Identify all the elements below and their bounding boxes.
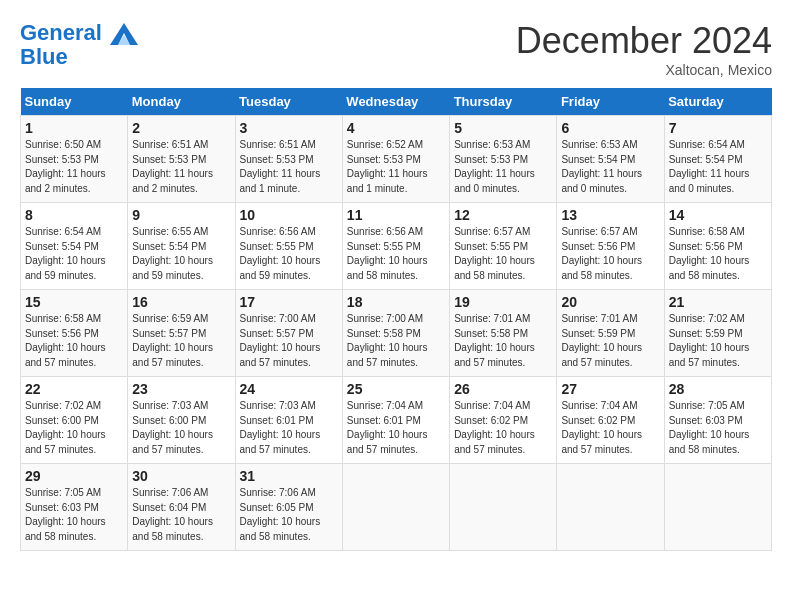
day-cell: 22 Sunrise: 7:02 AM Sunset: 6:00 PM Dayl… bbox=[21, 377, 128, 464]
day-cell: 28 Sunrise: 7:05 AM Sunset: 6:03 PM Dayl… bbox=[664, 377, 771, 464]
day-number: 5 bbox=[454, 120, 552, 136]
logo-subtext: Blue bbox=[20, 46, 140, 68]
day-number: 17 bbox=[240, 294, 338, 310]
day-number: 31 bbox=[240, 468, 338, 484]
day-cell: 29 Sunrise: 7:05 AM Sunset: 6:03 PM Dayl… bbox=[21, 464, 128, 551]
day-cell: 30 Sunrise: 7:06 AM Sunset: 6:04 PM Dayl… bbox=[128, 464, 235, 551]
day-info: Sunrise: 7:06 AM Sunset: 6:04 PM Dayligh… bbox=[132, 486, 230, 544]
day-info: Sunrise: 6:52 AM Sunset: 5:53 PM Dayligh… bbox=[347, 138, 445, 196]
day-info: Sunrise: 7:01 AM Sunset: 5:59 PM Dayligh… bbox=[561, 312, 659, 370]
day-info: Sunrise: 7:05 AM Sunset: 6:03 PM Dayligh… bbox=[25, 486, 123, 544]
day-cell bbox=[557, 464, 664, 551]
day-info: Sunrise: 7:00 AM Sunset: 5:57 PM Dayligh… bbox=[240, 312, 338, 370]
day-number: 27 bbox=[561, 381, 659, 397]
day-number: 22 bbox=[25, 381, 123, 397]
day-cell: 17 Sunrise: 7:00 AM Sunset: 5:57 PM Dayl… bbox=[235, 290, 342, 377]
day-number: 6 bbox=[561, 120, 659, 136]
day-number: 12 bbox=[454, 207, 552, 223]
logo-icon bbox=[110, 23, 138, 45]
day-number: 24 bbox=[240, 381, 338, 397]
day-cell: 27 Sunrise: 7:04 AM Sunset: 6:02 PM Dayl… bbox=[557, 377, 664, 464]
calendar-header: SundayMondayTuesdayWednesdayThursdayFrid… bbox=[21, 88, 772, 116]
day-number: 13 bbox=[561, 207, 659, 223]
header-cell-tuesday: Tuesday bbox=[235, 88, 342, 116]
day-number: 21 bbox=[669, 294, 767, 310]
day-info: Sunrise: 6:57 AM Sunset: 5:56 PM Dayligh… bbox=[561, 225, 659, 283]
calendar-body: 1 Sunrise: 6:50 AM Sunset: 5:53 PM Dayli… bbox=[21, 116, 772, 551]
day-info: Sunrise: 7:03 AM Sunset: 6:01 PM Dayligh… bbox=[240, 399, 338, 457]
day-cell: 7 Sunrise: 6:54 AM Sunset: 5:54 PM Dayli… bbox=[664, 116, 771, 203]
day-info: Sunrise: 7:03 AM Sunset: 6:00 PM Dayligh… bbox=[132, 399, 230, 457]
day-number: 11 bbox=[347, 207, 445, 223]
day-number: 18 bbox=[347, 294, 445, 310]
day-info: Sunrise: 6:56 AM Sunset: 5:55 PM Dayligh… bbox=[240, 225, 338, 283]
header-cell-saturday: Saturday bbox=[664, 88, 771, 116]
day-info: Sunrise: 6:54 AM Sunset: 5:54 PM Dayligh… bbox=[669, 138, 767, 196]
day-info: Sunrise: 6:57 AM Sunset: 5:55 PM Dayligh… bbox=[454, 225, 552, 283]
day-info: Sunrise: 7:01 AM Sunset: 5:58 PM Dayligh… bbox=[454, 312, 552, 370]
day-number: 28 bbox=[669, 381, 767, 397]
day-cell: 10 Sunrise: 6:56 AM Sunset: 5:55 PM Dayl… bbox=[235, 203, 342, 290]
day-cell: 25 Sunrise: 7:04 AM Sunset: 6:01 PM Dayl… bbox=[342, 377, 449, 464]
day-number: 30 bbox=[132, 468, 230, 484]
day-cell: 26 Sunrise: 7:04 AM Sunset: 6:02 PM Dayl… bbox=[450, 377, 557, 464]
day-cell: 18 Sunrise: 7:00 AM Sunset: 5:58 PM Dayl… bbox=[342, 290, 449, 377]
day-info: Sunrise: 7:06 AM Sunset: 6:05 PM Dayligh… bbox=[240, 486, 338, 544]
day-info: Sunrise: 7:02 AM Sunset: 6:00 PM Dayligh… bbox=[25, 399, 123, 457]
day-info: Sunrise: 7:02 AM Sunset: 5:59 PM Dayligh… bbox=[669, 312, 767, 370]
day-cell bbox=[450, 464, 557, 551]
day-info: Sunrise: 7:05 AM Sunset: 6:03 PM Dayligh… bbox=[669, 399, 767, 457]
day-number: 9 bbox=[132, 207, 230, 223]
day-info: Sunrise: 6:53 AM Sunset: 5:54 PM Dayligh… bbox=[561, 138, 659, 196]
day-info: Sunrise: 6:51 AM Sunset: 5:53 PM Dayligh… bbox=[240, 138, 338, 196]
day-cell: 20 Sunrise: 7:01 AM Sunset: 5:59 PM Dayl… bbox=[557, 290, 664, 377]
header-row: SundayMondayTuesdayWednesdayThursdayFrid… bbox=[21, 88, 772, 116]
day-number: 1 bbox=[25, 120, 123, 136]
day-cell: 12 Sunrise: 6:57 AM Sunset: 5:55 PM Dayl… bbox=[450, 203, 557, 290]
day-number: 16 bbox=[132, 294, 230, 310]
day-cell: 21 Sunrise: 7:02 AM Sunset: 5:59 PM Dayl… bbox=[664, 290, 771, 377]
header-cell-wednesday: Wednesday bbox=[342, 88, 449, 116]
day-number: 7 bbox=[669, 120, 767, 136]
day-number: 23 bbox=[132, 381, 230, 397]
week-row-1: 1 Sunrise: 6:50 AM Sunset: 5:53 PM Dayli… bbox=[21, 116, 772, 203]
day-number: 8 bbox=[25, 207, 123, 223]
day-cell: 16 Sunrise: 6:59 AM Sunset: 5:57 PM Dayl… bbox=[128, 290, 235, 377]
week-row-5: 29 Sunrise: 7:05 AM Sunset: 6:03 PM Dayl… bbox=[21, 464, 772, 551]
day-cell: 5 Sunrise: 6:53 AM Sunset: 5:53 PM Dayli… bbox=[450, 116, 557, 203]
header-cell-friday: Friday bbox=[557, 88, 664, 116]
day-cell: 31 Sunrise: 7:06 AM Sunset: 6:05 PM Dayl… bbox=[235, 464, 342, 551]
week-row-4: 22 Sunrise: 7:02 AM Sunset: 6:00 PM Dayl… bbox=[21, 377, 772, 464]
day-cell bbox=[664, 464, 771, 551]
day-cell: 9 Sunrise: 6:55 AM Sunset: 5:54 PM Dayli… bbox=[128, 203, 235, 290]
day-info: Sunrise: 6:55 AM Sunset: 5:54 PM Dayligh… bbox=[132, 225, 230, 283]
day-cell: 19 Sunrise: 7:01 AM Sunset: 5:58 PM Dayl… bbox=[450, 290, 557, 377]
day-cell: 2 Sunrise: 6:51 AM Sunset: 5:53 PM Dayli… bbox=[128, 116, 235, 203]
day-number: 3 bbox=[240, 120, 338, 136]
day-number: 19 bbox=[454, 294, 552, 310]
day-number: 2 bbox=[132, 120, 230, 136]
day-number: 10 bbox=[240, 207, 338, 223]
day-info: Sunrise: 6:56 AM Sunset: 5:55 PM Dayligh… bbox=[347, 225, 445, 283]
day-info: Sunrise: 6:58 AM Sunset: 5:56 PM Dayligh… bbox=[25, 312, 123, 370]
day-number: 20 bbox=[561, 294, 659, 310]
location: Xaltocan, Mexico bbox=[516, 62, 772, 78]
day-info: Sunrise: 6:53 AM Sunset: 5:53 PM Dayligh… bbox=[454, 138, 552, 196]
month-title: December 2024 bbox=[516, 20, 772, 62]
day-cell: 14 Sunrise: 6:58 AM Sunset: 5:56 PM Dayl… bbox=[664, 203, 771, 290]
day-info: Sunrise: 7:04 AM Sunset: 6:02 PM Dayligh… bbox=[454, 399, 552, 457]
day-cell: 13 Sunrise: 6:57 AM Sunset: 5:56 PM Dayl… bbox=[557, 203, 664, 290]
day-cell: 4 Sunrise: 6:52 AM Sunset: 5:53 PM Dayli… bbox=[342, 116, 449, 203]
day-number: 15 bbox=[25, 294, 123, 310]
day-number: 26 bbox=[454, 381, 552, 397]
day-cell: 24 Sunrise: 7:03 AM Sunset: 6:01 PM Dayl… bbox=[235, 377, 342, 464]
day-cell: 23 Sunrise: 7:03 AM Sunset: 6:00 PM Dayl… bbox=[128, 377, 235, 464]
day-number: 29 bbox=[25, 468, 123, 484]
day-cell: 15 Sunrise: 6:58 AM Sunset: 5:56 PM Dayl… bbox=[21, 290, 128, 377]
title-block: December 2024 Xaltocan, Mexico bbox=[516, 20, 772, 78]
day-info: Sunrise: 6:54 AM Sunset: 5:54 PM Dayligh… bbox=[25, 225, 123, 283]
header-cell-monday: Monday bbox=[128, 88, 235, 116]
day-cell: 3 Sunrise: 6:51 AM Sunset: 5:53 PM Dayli… bbox=[235, 116, 342, 203]
week-row-2: 8 Sunrise: 6:54 AM Sunset: 5:54 PM Dayli… bbox=[21, 203, 772, 290]
day-cell: 6 Sunrise: 6:53 AM Sunset: 5:54 PM Dayli… bbox=[557, 116, 664, 203]
